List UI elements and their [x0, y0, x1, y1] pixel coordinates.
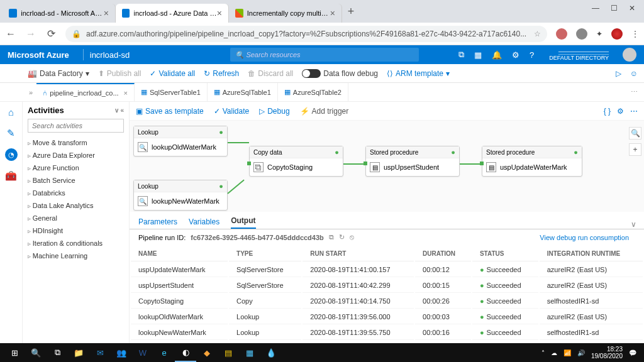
- discard-all-button[interactable]: 🗑 Discard all: [248, 69, 293, 78]
- maximize-button[interactable]: ☐: [611, 4, 618, 13]
- dataset-tab[interactable]: ▦AzureSqlTable1: [208, 83, 278, 101]
- add-trigger-button[interactable]: ⚡ Add trigger: [300, 107, 349, 116]
- profile-avatar[interactable]: [611, 28, 623, 40]
- tab-close-icon[interactable]: ×: [124, 89, 128, 97]
- settings-icon[interactable]: ⚙: [617, 107, 624, 116]
- monitor-icon[interactable]: ◔: [5, 148, 18, 161]
- collapse-panel-icon[interactable]: ∨ «: [114, 107, 124, 114]
- context-name[interactable]: incrload-sd: [90, 50, 130, 60]
- activity-group[interactable]: Iteration & conditionals: [28, 237, 124, 250]
- activity-group[interactable]: Azure Function: [28, 162, 124, 174]
- lookup-old-node[interactable]: Lookup● 🔍lookupOldWaterMark: [133, 126, 228, 156]
- clock[interactable]: 18:2319/08/2020: [591, 346, 623, 359]
- activity-group[interactable]: HDInsight: [28, 224, 124, 237]
- app-icon[interactable]: 💧: [260, 343, 282, 362]
- ssms-icon[interactable]: ▤: [218, 343, 239, 362]
- author-icon[interactable]: ✎: [5, 127, 18, 140]
- word-icon[interactable]: W: [132, 343, 153, 362]
- feedback-icon[interactable]: ☺: [630, 69, 638, 78]
- activities-search-input[interactable]: [28, 119, 124, 133]
- activity-group[interactable]: Azure Data Explorer: [28, 149, 124, 162]
- connector-handle[interactable]: [247, 162, 251, 165]
- outlook-icon[interactable]: ✉: [89, 343, 111, 362]
- connector-handle[interactable]: [480, 162, 484, 165]
- reload-button[interactable]: ⟳: [45, 28, 57, 40]
- variables-tab[interactable]: Variables: [189, 217, 219, 229]
- azure-storage-icon[interactable]: ▦: [239, 343, 260, 362]
- table-row[interactable]: lookupNewWaterMarkLookup2020-08-19T11:39…: [131, 326, 643, 340]
- notifications-tray-icon[interactable]: 💬: [629, 349, 636, 356]
- connector-handle[interactable]: [364, 162, 367, 165]
- settings-icon[interactable]: ⚙: [512, 50, 519, 60]
- col-name[interactable]: NAME: [131, 246, 228, 261]
- close-button[interactable]: ✕: [629, 4, 635, 13]
- extension-icon[interactable]: [576, 28, 587, 40]
- dataset-tab[interactable]: ▦SqlServerTable1: [135, 83, 208, 101]
- save-template-button[interactable]: ▣ Save as template: [136, 107, 204, 116]
- factory-dropdown[interactable]: 🏭 Data Factory ▾: [28, 69, 89, 78]
- home-icon[interactable]: ⌂: [5, 106, 18, 118]
- activity-group[interactable]: Batch Service: [28, 174, 124, 187]
- debug-button[interactable]: ▷ Debug: [259, 107, 289, 116]
- minimize-button[interactable]: —: [592, 4, 599, 13]
- user-avatar-icon[interactable]: [623, 48, 636, 62]
- new-tab-button[interactable]: +: [342, 5, 360, 18]
- search-canvas-icon[interactable]: 🔍: [629, 127, 641, 140]
- code-view-button[interactable]: { }: [604, 107, 611, 116]
- menu-button[interactable]: ⋮: [631, 30, 639, 38]
- publish-all-button[interactable]: ⬆ Publish all: [98, 69, 142, 78]
- view-consumption-link[interactable]: View debug run consumption: [540, 234, 629, 241]
- lookup-new-node[interactable]: Lookup● 🔍lookupNewWaterMark: [133, 180, 228, 211]
- browser-tab[interactable]: incrload-sd - Microsoft Azure ×: [3, 4, 116, 23]
- collapse-output-icon[interactable]: ∨: [631, 220, 636, 229]
- tray-chevron-icon[interactable]: ˄: [541, 349, 545, 356]
- explorer-icon[interactable]: 📁: [68, 343, 89, 362]
- tab-close-icon[interactable]: ×: [217, 8, 222, 18]
- col-runtime[interactable]: INTEGRATION RUNTIME: [540, 246, 643, 261]
- table-row[interactable]: uspUpsertStudentSqlServerStore2020-08-19…: [131, 278, 643, 293]
- forward-button[interactable]: →: [25, 28, 36, 40]
- teams-icon[interactable]: 👥: [111, 343, 132, 362]
- tab-overflow-icon[interactable]: »: [25, 89, 36, 96]
- col-type[interactable]: TYPE: [229, 246, 301, 261]
- more-icon[interactable]: ⋯: [630, 107, 638, 116]
- arm-template-dropdown[interactable]: ⟨⟩ ARM template ▾: [387, 69, 450, 78]
- sp-upsert-node[interactable]: Stored procedure● ▤uspUpsertStudent: [365, 146, 460, 177]
- back-button[interactable]: ←: [5, 28, 16, 40]
- start-button[interactable]: ⊞: [4, 343, 25, 362]
- table-row[interactable]: CopytoStagingCopy2020-08-19T11:40:14.750…: [131, 294, 643, 309]
- output-tab[interactable]: Output: [231, 216, 255, 229]
- chrome-icon[interactable]: ◐: [175, 343, 196, 362]
- extension-icon[interactable]: [556, 28, 567, 40]
- col-start[interactable]: RUN START: [303, 246, 414, 261]
- copy-icon[interactable]: ⧉: [329, 233, 334, 241]
- sp-watermark-node[interactable]: Stored procedure● ▤uspUpdateWaterMark: [482, 146, 582, 177]
- refresh-button[interactable]: ↻ Refresh: [204, 69, 239, 78]
- pipeline-canvas[interactable]: Lookup● 🔍lookupOldWaterMark Lookup● 🔍loo…: [130, 121, 644, 212]
- edge-icon[interactable]: e: [153, 343, 175, 362]
- activity-group[interactable]: Move & transform: [28, 136, 124, 149]
- validate-button[interactable]: ✓ Validate: [214, 107, 249, 116]
- tab-close-icon[interactable]: ×: [330, 8, 335, 18]
- wifi-icon[interactable]: 📶: [564, 349, 571, 356]
- activity-group[interactable]: Machine Learning: [28, 250, 124, 262]
- zoom-in-button[interactable]: +: [629, 143, 641, 156]
- browser-tab-active[interactable]: incrload-sd - Azure Data Facto ×: [116, 4, 229, 23]
- browser-tab[interactable]: Incrementally copy multiple ta ×: [229, 4, 342, 23]
- pipeline-tab[interactable]: ⑃pipeline_incrload_co...×: [36, 83, 135, 101]
- account-info[interactable]: ________________ DEFAULT DIRECTORY: [549, 48, 609, 61]
- copy-node[interactable]: Copy data● ⿻CopytoStaging: [249, 146, 343, 177]
- col-status[interactable]: STATUS: [472, 246, 538, 261]
- task-view-icon[interactable]: ⧉: [47, 343, 68, 362]
- table-row[interactable]: uspUpdateWaterMarkSqlServerStore2020-08-…: [131, 263, 643, 277]
- app-icon[interactable]: ◆: [196, 343, 218, 362]
- address-bar[interactable]: 🔒 adf.azure.com/authoring/pipeline/pipel…: [65, 26, 547, 42]
- volume-icon[interactable]: 🔊: [577, 349, 585, 356]
- run-icon[interactable]: ▷: [616, 69, 621, 78]
- extensions-button[interactable]: ✦: [596, 30, 602, 38]
- col-duration[interactable]: DURATION: [415, 246, 471, 261]
- activity-group[interactable]: Data Lake Analytics: [28, 199, 124, 212]
- search-taskbar-icon[interactable]: 🔍: [25, 343, 47, 362]
- tab-close-icon[interactable]: ×: [104, 8, 109, 18]
- portal-search[interactable]: 🔍 Search resources: [230, 48, 419, 62]
